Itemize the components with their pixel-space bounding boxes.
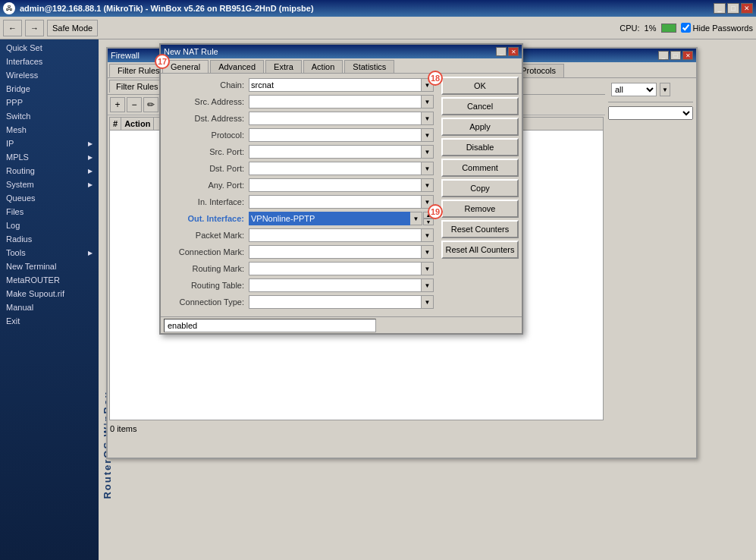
edit-rule-button[interactable]: ✏	[143, 97, 158, 112]
sidebar-item-interfaces[interactable]: Interfaces	[0, 55, 99, 68]
packet-mark-dropdown[interactable]: ▼	[422, 228, 434, 242]
nat-tab-statistics[interactable]: Statistics	[344, 60, 394, 73]
out-interface-wrapper: VPNonline-PPTP ▼ ▲ ▼ 19	[249, 212, 434, 225]
src-address-dropdown[interactable]: ▼	[422, 95, 434, 109]
src-port-dropdown[interactable]: ▼	[422, 145, 434, 159]
firewall-minimize-btn[interactable]: _	[658, 51, 669, 60]
chain-label: Chain:	[165, 80, 249, 90]
minimize-button[interactable]: _	[714, 3, 726, 14]
nat-form: Chain: srcnat ▼ 18 Src. Address:	[161, 74, 438, 316]
any-port-dropdown[interactable]: ▼	[422, 178, 434, 192]
sidebar-item-exit[interactable]: Exit	[0, 314, 99, 328]
connection-mark-dropdown[interactable]: ▼	[422, 245, 434, 259]
disable-button[interactable]: Disable	[441, 138, 519, 156]
copy-button[interactable]: Copy	[441, 179, 519, 197]
connection-type-dropdown[interactable]: ▼	[422, 295, 434, 309]
sidebar-item-tools[interactable]: Tools	[0, 246, 99, 260]
dst-port-dropdown[interactable]: ▼	[422, 162, 434, 175]
sidebar-item-bridge[interactable]: Bridge	[0, 82, 99, 96]
sidebar-item-queues[interactable]: Queues	[0, 191, 99, 205]
dst-address-dropdown[interactable]: ▼	[422, 112, 434, 125]
src-port-row: Src. Port: ▼	[165, 145, 434, 159]
back-button[interactable]: ←	[3, 20, 22, 36]
dst-address-row: Dst. Address: ▼	[165, 112, 434, 125]
sidebar-item-ppp[interactable]: PPP	[0, 96, 99, 109]
firewall-maximize-btn[interactable]: □	[670, 51, 681, 60]
sidebar-item-routing[interactable]: Routing	[0, 164, 99, 178]
nat-title-text: New NAT Rule	[164, 47, 218, 56]
nat-tab-advanced[interactable]: Advanced	[210, 60, 264, 73]
sidebar-item-radius[interactable]: Radius	[0, 232, 99, 246]
maximize-button[interactable]: □	[727, 3, 739, 14]
cancel-button[interactable]: Cancel	[441, 97, 519, 115]
dst-address-label: Dst. Address:	[165, 114, 249, 123]
nat-status-bar: enabled	[161, 316, 522, 333]
protocol-dropdown[interactable]: ▼	[422, 128, 434, 142]
sidebar-label-radius: Radius	[6, 234, 32, 244]
nat-dialog-title: New NAT Rule _ ✕	[161, 45, 522, 58]
out-interface-dropdown[interactable]: ▼	[410, 212, 422, 225]
nat-tab-extra[interactable]: Extra	[265, 60, 302, 73]
sidebar-item-makesupout[interactable]: Make Supout.rif	[0, 287, 99, 300]
ok-button[interactable]: OK	[441, 77, 519, 95]
filter-dropdown-extra[interactable]	[608, 106, 693, 120]
protocol-wrapper: ▼	[249, 128, 434, 142]
connection-type-input	[249, 295, 422, 309]
status-input[interactable]: enabled	[164, 319, 376, 332]
routing-mark-row: Routing Mark: ▼	[165, 262, 434, 275]
sidebar-item-mpls[interactable]: MPLS	[0, 150, 99, 164]
close-button[interactable]: ✕	[741, 3, 753, 14]
sidebar-label-manual: Manual	[6, 303, 33, 312]
filter-dropdown-arrow[interactable]: ▼	[660, 83, 670, 96]
remove-button[interactable]: Remove	[441, 200, 519, 218]
routing-table-input	[249, 278, 422, 292]
sidebar-item-ip[interactable]: IP	[0, 137, 99, 150]
sidebar: Quick Set Interfaces Wireless Bridge PPP…	[0, 39, 99, 560]
sidebar-label-metarouter: MetaROUTER	[6, 275, 60, 285]
sidebar-item-quickset[interactable]: Quick Set	[0, 41, 99, 55]
title-bar-title: admin@192.168.88.1 (MikroTik) - WinBox v…	[20, 4, 314, 13]
comment-button[interactable]: Comment	[441, 159, 519, 177]
subtab-filter-rules[interactable]: Filter Rules	[109, 80, 165, 93]
hide-passwords-container: Hide Passwords	[681, 23, 753, 33]
sidebar-item-system[interactable]: System	[0, 178, 99, 191]
filter-select[interactable]: all	[611, 83, 657, 96]
sidebar-label-ip: IP	[6, 139, 14, 148]
in-interface-row: In. Interface: ▼	[165, 195, 434, 209]
out-interface-row: Out. Interface: VPNonline-PPTP ▼ ▲ ▼ 19	[165, 212, 434, 225]
sidebar-item-log[interactable]: Log	[0, 219, 99, 232]
sidebar-item-wireless[interactable]: Wireless	[0, 68, 99, 82]
nat-minimize-btn[interactable]: _	[496, 47, 507, 56]
sidebar-item-metarouter[interactable]: MetaROUTER	[0, 273, 99, 287]
sidebar-item-mesh[interactable]: Mesh	[0, 123, 99, 137]
nat-close-btn[interactable]: ✕	[508, 47, 519, 56]
routing-mark-dropdown[interactable]: ▼	[422, 262, 434, 275]
add-rule-button[interactable]: +	[110, 97, 125, 112]
routing-mark-input	[249, 262, 422, 275]
in-interface-input	[249, 195, 422, 209]
reset-counters-button[interactable]: Reset Counters	[441, 220, 519, 238]
reset-all-counters-button[interactable]: Reset All Counters	[441, 241, 519, 259]
routing-table-dropdown[interactable]: ▼	[422, 278, 434, 292]
apply-button[interactable]: Apply	[441, 118, 519, 136]
dst-port-wrapper: ▼	[249, 162, 434, 175]
nat-tab-action[interactable]: Action	[303, 60, 343, 73]
nat-body: Chain: srcnat ▼ 18 Src. Address:	[161, 74, 522, 316]
remove-rule-button[interactable]: −	[127, 97, 142, 112]
firewall-close-btn[interactable]: ✕	[682, 51, 693, 60]
hide-passwords-checkbox[interactable]	[681, 23, 691, 33]
chain-input-wrapper: srcnat ▼ 18	[249, 78, 434, 92]
sidebar-item-manual[interactable]: Manual	[0, 300, 99, 314]
packet-mark-label: Packet Mark:	[165, 231, 249, 240]
sidebar-item-switch[interactable]: Switch	[0, 109, 99, 123]
forward-button[interactable]: →	[25, 20, 44, 36]
sidebar-item-newterminal[interactable]: New Terminal	[0, 260, 99, 273]
filter-row: all ▼	[608, 81, 693, 98]
any-port-input	[249, 178, 422, 192]
sidebar-item-files[interactable]: Files	[0, 205, 99, 219]
out-interface-label: Out. Interface:	[165, 214, 249, 223]
sidebar-label-system: System	[6, 180, 34, 189]
firewall-right-panel: all ▼	[605, 78, 696, 458]
scroll-down[interactable]: ▼	[423, 219, 434, 225]
safe-mode-button[interactable]: Safe Mode	[47, 20, 98, 36]
